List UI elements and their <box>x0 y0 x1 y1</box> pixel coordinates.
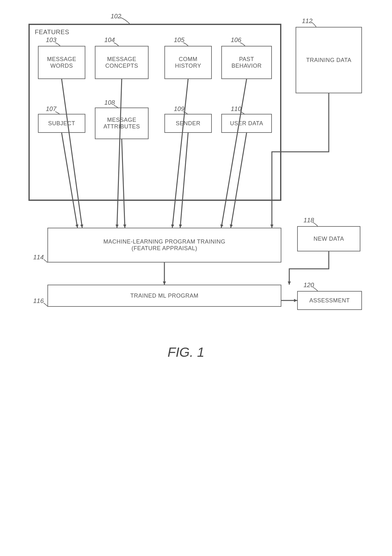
past-behavior-box: PAST BEHAVIOR <box>221 46 272 79</box>
trained-ml-text: TRAINED ML PROGRAM <box>130 293 198 299</box>
training-data-text: TRAINING DATA <box>306 57 352 64</box>
training-data-box: TRAINING DATA <box>296 27 362 93</box>
user-data-text: USER DATA <box>230 120 263 127</box>
subject-box: SUBJECT <box>38 114 85 133</box>
new-data-box: NEW DATA <box>297 226 360 251</box>
leader-116 <box>44 303 47 306</box>
ml-training-line2: (FEATURE APPRAISAL) <box>132 245 197 252</box>
ml-training-line1: MACHINE-LEARNING PROGRAM TRAINING <box>103 238 225 245</box>
trained-ml-box: TRAINED ML PROGRAM <box>47 285 281 307</box>
ref-102: 102 <box>111 13 121 20</box>
message-attributes-box: MESSAGE ATTRIBUTES <box>95 108 149 139</box>
ref-120: 120 <box>303 281 314 289</box>
comm-history-box: COMM HISTORY <box>164 46 212 79</box>
assessment-text: ASSESSMENT <box>309 297 350 304</box>
diagram-canvas: FEATURES MESSAGE WORDS MESSAGE CONCEPTS … <box>0 0 392 556</box>
ref-110: 110 <box>231 105 241 113</box>
sender-box: SENDER <box>164 114 212 133</box>
ref-104: 104 <box>104 36 115 44</box>
ref-103: 103 <box>46 36 56 44</box>
message-attributes-text: MESSAGE ATTRIBUTES <box>97 117 147 130</box>
message-words-text: MESSAGE WORDS <box>40 56 83 69</box>
figure-label: FIG. 1 <box>168 345 205 360</box>
leader-102 <box>120 17 130 24</box>
ml-training-box: MACHINE-LEARNING PROGRAM TRAINING (FEATU… <box>47 228 281 263</box>
past-behavior-text: PAST BEHAVIOR <box>223 56 270 69</box>
ref-118: 118 <box>303 217 314 224</box>
ref-105: 105 <box>174 36 184 44</box>
leader-114 <box>44 259 47 263</box>
message-concepts-box: MESSAGE CONCEPTS <box>95 46 149 79</box>
ref-112: 112 <box>302 17 312 25</box>
arrow-newdata-trained <box>289 251 329 285</box>
ref-108: 108 <box>104 99 115 106</box>
features-title: FEATURES <box>35 28 69 36</box>
ref-107: 107 <box>46 105 56 113</box>
ref-114: 114 <box>33 254 44 261</box>
message-words-box: MESSAGE WORDS <box>38 46 85 79</box>
ref-106: 106 <box>231 36 241 44</box>
ref-116: 116 <box>33 297 44 305</box>
comm-history-text: COMM HISTORY <box>166 56 210 69</box>
user-data-box: USER DATA <box>221 114 272 133</box>
message-concepts-text: MESSAGE CONCEPTS <box>97 56 147 69</box>
subject-text: SUBJECT <box>48 120 75 127</box>
sender-text: SENDER <box>176 120 200 127</box>
assessment-box: ASSESSMENT <box>297 291 362 310</box>
ref-109: 109 <box>174 105 184 113</box>
new-data-text: NEW DATA <box>314 236 344 242</box>
